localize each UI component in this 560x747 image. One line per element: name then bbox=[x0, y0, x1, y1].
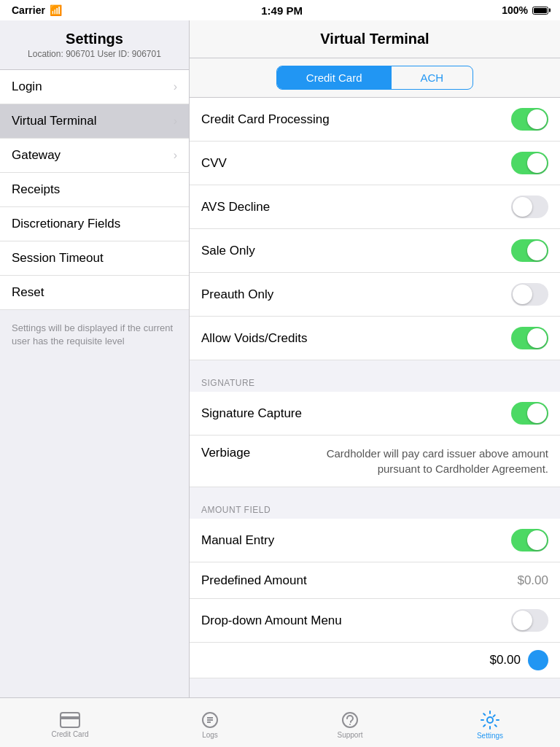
toggle-avs-decline[interactable] bbox=[511, 196, 548, 218]
bottom-tab-support[interactable]: Support bbox=[280, 707, 420, 739]
wifi-icon: 📶 bbox=[50, 4, 62, 16]
section-header-amount: AMOUNT FIELD bbox=[190, 499, 560, 519]
sidebar-title: Settings bbox=[12, 31, 177, 47]
row-signature-capture: Signature Capture bbox=[190, 392, 560, 436]
credit-card-icon bbox=[60, 712, 80, 728]
bottom-tab-bar: Credit Card Logs Support Settings bbox=[0, 697, 560, 747]
row-credit-card-processing: Credit Card Processing bbox=[190, 98, 560, 142]
tab-selector: Credit Card ACH bbox=[190, 58, 560, 98]
chevron-right-icon: › bbox=[174, 149, 177, 162]
carrier-label: Carrier bbox=[12, 4, 45, 16]
blue-circle-button[interactable] bbox=[528, 650, 548, 670]
toggle-signature-capture[interactable] bbox=[511, 402, 548, 425]
sidebar-item-virtual-terminal[interactable]: Virtual Terminal › bbox=[0, 104, 189, 139]
time-label: 1:49 PM bbox=[261, 4, 303, 17]
section-gap-1 bbox=[190, 360, 560, 372]
svg-rect-1 bbox=[61, 716, 79, 719]
sidebar-header: Settings Location: 906701 User ID: 90670… bbox=[0, 20, 189, 70]
sidebar-item-reset[interactable]: Reset bbox=[0, 276, 189, 310]
status-bar: Carrier 📶 1:49 PM 100% bbox=[0, 0, 560, 20]
svg-point-7 bbox=[487, 717, 493, 723]
toggle-preauth-only[interactable] bbox=[511, 283, 548, 306]
scroll-area[interactable]: Credit Card Processing CVV AVS Decline S… bbox=[190, 98, 560, 697]
battery-label: 100% bbox=[502, 4, 528, 16]
toggle-allow-voids-credits[interactable] bbox=[511, 327, 548, 349]
toggle-cvv[interactable] bbox=[511, 152, 548, 174]
settings-icon bbox=[481, 711, 499, 729]
main-title: Virtual Terminal bbox=[201, 31, 548, 47]
row-manual-entry: Manual Entry bbox=[190, 519, 560, 562]
section-header-billing: BILLING INFORMATION bbox=[190, 690, 560, 697]
toggle-manual-entry[interactable] bbox=[511, 529, 548, 551]
support-icon bbox=[341, 711, 359, 729]
bottom-tab-credit[interactable]: Credit Card bbox=[0, 708, 140, 738]
section-gap-3 bbox=[190, 678, 560, 690]
section-gap-2 bbox=[190, 487, 560, 499]
sidebar-item-gateway[interactable]: Gateway › bbox=[0, 139, 189, 173]
tab-ach[interactable]: ACH bbox=[392, 66, 473, 89]
toggle-credit-card-processing[interactable] bbox=[511, 108, 548, 131]
row-cvv: CVV bbox=[190, 142, 560, 185]
sidebar-item-discretionary-fields[interactable]: Discretionary Fields bbox=[0, 207, 189, 241]
row-dropdown-amount: Drop-down Amount Menu bbox=[190, 599, 560, 643]
sidebar-subtitle: Location: 906701 User ID: 906701 bbox=[12, 49, 177, 59]
row-allow-voids-credits: Allow Voids/Credits bbox=[190, 317, 560, 360]
row-verbiage: Verbiage Cardholder will pay card issuer… bbox=[190, 436, 560, 487]
section-header-signature: SIGNATURE bbox=[190, 372, 560, 392]
main-header: Virtual Terminal bbox=[190, 20, 560, 58]
bottom-tab-settings[interactable]: Settings bbox=[420, 706, 560, 740]
svg-point-6 bbox=[349, 724, 351, 725]
sidebar-item-login[interactable]: Login › bbox=[0, 70, 189, 104]
row-predefined-amount: Predefined Amount $0.00 bbox=[190, 562, 560, 599]
row-preauth-only: Preauth Only bbox=[190, 273, 560, 317]
row-sale-only: Sale Only bbox=[190, 229, 560, 273]
chevron-right-icon: › bbox=[174, 115, 177, 128]
sidebar-note: Settings will be displayed if the curren… bbox=[0, 310, 189, 360]
row-avs-decline: AVS Decline bbox=[190, 185, 560, 229]
chevron-right-icon: › bbox=[174, 80, 177, 93]
logs-icon bbox=[201, 711, 219, 729]
battery-icon bbox=[532, 7, 548, 15]
tab-credit-card[interactable]: Credit Card bbox=[277, 66, 392, 89]
sidebar-item-session-timeout[interactable]: Session Timeout bbox=[0, 241, 189, 276]
toggle-dropdown-amount[interactable] bbox=[511, 609, 548, 632]
sidebar: Settings Location: 906701 User ID: 90670… bbox=[0, 20, 190, 697]
main-content: Virtual Terminal Credit Card ACH Credit … bbox=[190, 20, 560, 697]
amount-display-row: $0.00 bbox=[190, 643, 560, 678]
toggle-sale-only[interactable] bbox=[511, 239, 548, 262]
bottom-tab-logs[interactable]: Logs bbox=[140, 707, 280, 739]
sidebar-item-receipts[interactable]: Receipts bbox=[0, 173, 189, 207]
tab-group: Credit Card ACH bbox=[276, 66, 473, 90]
svg-rect-0 bbox=[61, 713, 79, 727]
